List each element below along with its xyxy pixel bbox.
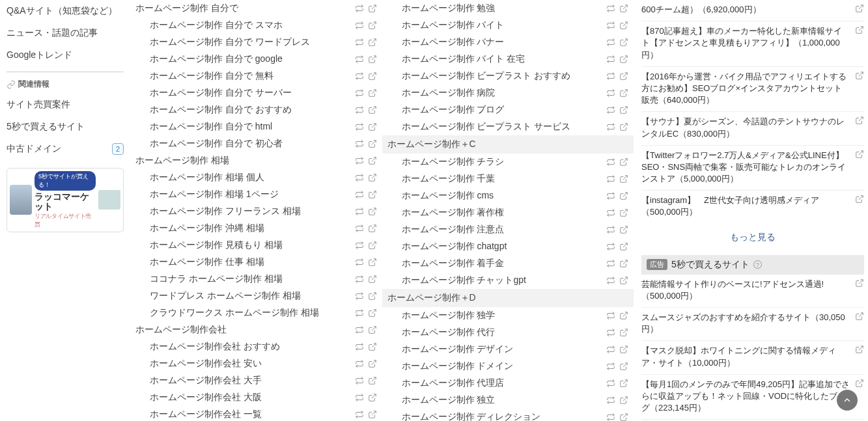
external-link-icon[interactable] [368, 393, 377, 402]
keyword-text[interactable]: ホームページ制作会社 おすすめ [150, 341, 350, 353]
external-link-icon[interactable] [368, 156, 377, 165]
retweet-icon[interactable] [355, 21, 364, 30]
external-link-icon[interactable] [855, 312, 864, 321]
keyword-text[interactable]: ホームページ制作 代理店 [402, 377, 602, 389]
keyword-text[interactable]: ホームページ制作 チャットgpt [402, 275, 602, 286]
retweet-icon[interactable] [606, 379, 615, 388]
external-link-icon[interactable] [619, 225, 628, 234]
external-link-icon[interactable] [619, 157, 628, 167]
external-link-icon[interactable] [855, 4, 864, 13]
ad-text[interactable]: 【2016年から運営・バイク用品でアフィリエイトする方にお勧め】SEOブログ×イ… [641, 71, 850, 107]
keyword-text[interactable]: ホームページ制作 著作権 [402, 207, 602, 219]
external-link-icon[interactable] [368, 173, 377, 182]
ad-text[interactable]: 【毎月1回のメンテのみで年間49,205円】記事追加でさらに収益アップも！ネット… [641, 379, 850, 414]
keyword-text[interactable]: ホームページ制作 ブログ [402, 104, 602, 116]
sidebar-related-item[interactable]: 中古ドメイン2 [7, 138, 124, 160]
external-link-icon[interactable] [368, 105, 377, 115]
retweet-icon[interactable] [606, 328, 615, 337]
keyword-text[interactable]: ホームページ制作 ビープラスト サービス [402, 121, 602, 133]
more-link[interactable]: もっと見る [641, 224, 864, 251]
keyword-text[interactable]: ホームページ制作 代行 [402, 327, 602, 338]
external-link-icon[interactable] [855, 278, 864, 288]
keyword-text[interactable]: ホームページ制作 注意点 [402, 224, 602, 236]
keyword-text[interactable]: ホームページ制作 相場 1ページ [150, 189, 350, 200]
external-link-icon[interactable] [855, 116, 864, 125]
keyword-text[interactable]: ホームページ制作会社 一覧 [150, 409, 350, 420]
keyword-text[interactable]: ホームページ制作 病院 [402, 87, 602, 99]
external-link-icon[interactable] [368, 4, 377, 13]
external-link-icon[interactable] [619, 242, 628, 251]
keyword-text[interactable]: ホームページ制作会社 大阪 [150, 392, 350, 403]
retweet-icon[interactable] [355, 308, 364, 318]
external-link-icon[interactable] [368, 21, 377, 30]
retweet-icon[interactable] [355, 224, 364, 233]
retweet-icon[interactable] [355, 359, 364, 368]
retweet-icon[interactable] [355, 122, 364, 131]
scroll-to-top-button[interactable] [837, 390, 858, 411]
external-link-icon[interactable] [855, 345, 864, 354]
retweet-icon[interactable] [355, 38, 364, 47]
keyword-text[interactable]: クラウドワークス ホームページ制作 相場 [150, 307, 350, 319]
retweet-icon[interactable] [355, 105, 364, 115]
retweet-icon[interactable] [355, 190, 364, 199]
keyword-text[interactable]: ホームページ制作 ドメイン [402, 360, 602, 372]
external-link-icon[interactable] [619, 88, 628, 98]
keyword-text[interactable]: ホームページ制作 相場 [135, 155, 350, 167]
retweet-icon[interactable] [355, 325, 364, 334]
keyword-text[interactable]: ホームページ制作 沖縄 相場 [150, 223, 350, 234]
external-link-icon[interactable] [619, 72, 628, 81]
external-link-icon[interactable] [368, 308, 377, 318]
retweet-icon[interactable] [606, 122, 615, 131]
retweet-icon[interactable] [606, 21, 615, 30]
external-link-icon[interactable] [368, 275, 377, 284]
ad-text[interactable]: 【Twitterフォロワー2.7万人&メディア&公式LINE付】SEO・SNS両… [641, 150, 850, 185]
retweet-icon[interactable] [355, 342, 364, 351]
ad-item[interactable]: 【Twitterフォロワー2.7万人&メディア&公式LINE付】SEO・SNS両… [641, 146, 864, 191]
keyword-text[interactable]: ホームページ制作会社 大手 [150, 375, 350, 387]
keyword-text[interactable]: ココナラ ホームページ制作 相場 [150, 273, 350, 285]
external-link-icon[interactable] [619, 191, 628, 200]
external-link-icon[interactable] [619, 413, 628, 421]
keyword-text[interactable]: ホームページ制作 自分で 初心者 [150, 138, 350, 150]
ad-item[interactable]: スムースジャズのおすすめを紹介するサイト（30,050円） [641, 308, 864, 341]
retweet-icon[interactable] [606, 345, 615, 354]
external-link-icon[interactable] [855, 25, 864, 34]
ad-text[interactable]: 【870記事超え】車のメーカー特化した新車情報サイト【アドセンスと車見積もりアフ… [641, 25, 850, 61]
keyword-text[interactable]: ホームページ制作 バイト [402, 20, 602, 31]
external-link-icon[interactable] [619, 122, 628, 131]
ad-text[interactable]: 【instagram】 Z世代女子向け透明感メディア（500,000円） [641, 195, 850, 218]
retweet-icon[interactable] [606, 191, 615, 200]
external-link-icon[interactable] [368, 190, 377, 199]
retweet-icon[interactable] [355, 55, 364, 64]
external-link-icon[interactable] [368, 325, 377, 334]
external-link-icon[interactable] [619, 38, 628, 47]
retweet-icon[interactable] [355, 258, 364, 267]
external-link-icon[interactable] [619, 379, 628, 388]
ad-item[interactable]: 【870記事超え】車のメーカー特化した新車情報サイト【アドセンスと車見積もりアフ… [641, 21, 864, 67]
external-link-icon[interactable] [368, 292, 377, 301]
external-link-icon[interactable] [619, 105, 628, 115]
sidebar-item[interactable]: Googleトレンド [7, 44, 124, 66]
ad-text[interactable]: 【サウナ】夏がシーズン、今話題のテントサウナのレンタルEC（830,000円） [641, 116, 850, 139]
ad-text[interactable]: スムースジャズのおすすめを紹介するサイト（30,050円） [641, 312, 850, 335]
external-link-icon[interactable] [619, 276, 628, 285]
external-link-icon[interactable] [619, 21, 628, 30]
ad-item[interactable]: 【2016年から運営・バイク用品でアフィリエイトする方にお勧め】SEOブログ×イ… [641, 67, 864, 113]
keyword-text[interactable]: ホームページ制作 独立 [402, 394, 602, 406]
keyword-text[interactable]: ホームページ制作 見積もり 相場 [150, 239, 350, 251]
help-icon[interactable]: ? [753, 260, 762, 269]
retweet-icon[interactable] [606, 88, 615, 98]
keyword-text[interactable]: ホームページ制作 バイト 在宅 [402, 53, 602, 65]
external-link-icon[interactable] [619, 174, 628, 183]
retweet-icon[interactable] [355, 241, 364, 250]
keyword-text[interactable]: ホームページ制作 仕事 相場 [150, 256, 350, 268]
keyword-text[interactable]: ホームページ制作 着手金 [402, 258, 602, 269]
external-link-icon[interactable] [619, 345, 628, 354]
external-link-icon[interactable] [855, 150, 864, 159]
retweet-icon[interactable] [355, 72, 364, 81]
external-link-icon[interactable] [855, 71, 864, 80]
retweet-icon[interactable] [606, 276, 615, 285]
keyword-text[interactable]: ホームページ制作会社 [135, 324, 350, 336]
sidebar-related-item[interactable]: サイト売買案件 [7, 94, 124, 116]
keyword-text[interactable]: ホームページ制作 独学 [402, 310, 602, 321]
